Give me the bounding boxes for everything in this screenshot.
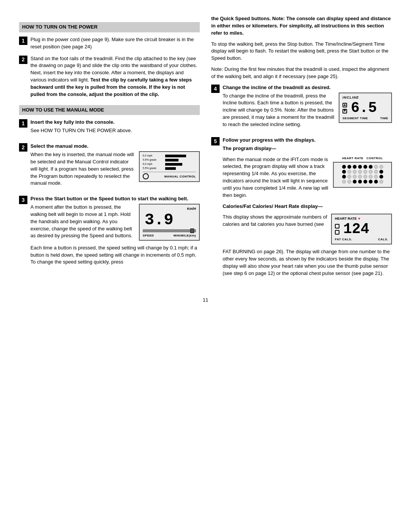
calories-text-part: This display shows the approximate numbe… — [223, 214, 327, 228]
manual-control-label: MANUAL CONTROL — [164, 174, 196, 179]
step-power-1: 1 Plug in the power cord (see page 9). M… — [19, 36, 200, 51]
step-content-5: Follow your progress with the displays. … — [223, 137, 392, 281]
bar-fill-2 — [165, 159, 178, 161]
incline-lcd: INCLINE ▲ ▼ 6.5 SEGMENT TIME — [339, 93, 392, 123]
left-column: HOW TO TURN ON THE POWER 1 Plug in the p… — [19, 15, 200, 285]
speed-labels-bottom: SPEED MIN/MILE(km) — [143, 233, 196, 238]
step-manual-1: 1 Insert the key fully into the console.… — [19, 119, 200, 138]
dot-3-8 — [379, 175, 383, 179]
stop-belt-para: To stop the walking belt, press the Stop… — [211, 41, 392, 62]
fat-burning-para: FAT BURNING on page 26). The display wil… — [223, 248, 392, 277]
speed-number: 3.9 — [143, 212, 196, 228]
incline-labels-bottom: SEGMENT TIME TIME — [342, 116, 388, 121]
dot-row-3 — [336, 175, 389, 179]
calories-title: Calories/Fat Calories/ Heart Rate displa… — [223, 203, 323, 209]
dot-2-8 — [379, 170, 383, 174]
incline-label-italic: INCLINE — [342, 96, 359, 99]
dot-4-3 — [353, 180, 357, 184]
dot-2-1 — [342, 170, 346, 174]
speed-slider-thumb — [190, 228, 194, 233]
calories-section: Calories/Fat Calories/ Heart Rate displa… — [223, 203, 392, 210]
heart-rate-control-label: HEART RATE CONTROL — [333, 156, 392, 161]
bar-label-2: 5.5% grade — [143, 158, 164, 162]
dot-3-4 — [358, 175, 362, 179]
bar-fill-3 — [165, 163, 182, 166]
step-content-power-2: Stand on the foot rails of the treadmill… — [30, 55, 200, 98]
speed-label-left: SPEED — [143, 233, 154, 238]
step-title-4: Change the incline of the treadmill as d… — [223, 84, 392, 91]
dot-3-1 — [342, 175, 346, 179]
incline-buttons: ▲ ▼ — [342, 103, 347, 113]
speed-label-right: MIN/MILE(km) — [174, 233, 196, 238]
bar-fill-1 — [165, 155, 186, 157]
dot-1-8 — [379, 165, 383, 169]
dot-4-4 — [358, 180, 362, 184]
dot-1-3 — [353, 165, 357, 169]
incline-label-bottom-left: SEGMENT TIME — [342, 116, 368, 121]
note-para: Note: During the first few minutes that … — [211, 66, 392, 80]
manual-mode-text: When the key is inserted, the manual mod… — [30, 151, 135, 187]
hr-label-bottom-left: FAT CALS. — [335, 237, 352, 242]
quick-speed-bold: the Quick Speed buttons. Note: The conso… — [211, 16, 391, 36]
dot-1-5 — [363, 165, 367, 169]
step-manual-2: 2 Select the manual mode. When the key i… — [19, 143, 200, 191]
step-number-manual-3: 3 — [19, 196, 27, 204]
bar-label-4: 5.5% grade — [143, 166, 164, 170]
manual-mode-figure: When the key is inserted, the manual mod… — [30, 151, 200, 187]
step-5: 5 Follow your progress with the displays… — [211, 137, 392, 281]
hr-btn-down[interactable] — [335, 230, 339, 235]
step3-buttons: buttons. — [115, 233, 132, 238]
divider-line — [143, 172, 196, 172]
step-body-manual-2: When the key is inserted, the manual mod… — [30, 152, 134, 186]
incline-label-bottom-right: TIME — [380, 116, 388, 121]
step3-and: and — [105, 233, 114, 238]
program-display-body: When the manual mode or the iFIT.com mod… — [223, 157, 328, 198]
heart-rate-control-panel: HEART RATE CONTROL — [333, 156, 392, 188]
speed-slider-bar — [143, 229, 196, 232]
hr-btn-up[interactable] — [335, 224, 339, 228]
step-content-manual-3: Press the Start button or the Speed butt… — [30, 195, 200, 270]
dot-row-4 — [336, 180, 389, 184]
hr-labels-bottom: FAT CALS. CALS. — [335, 237, 388, 242]
program-display-panel: HEART RATE CONTROL — [333, 156, 392, 188]
step-content-4: Change the incline of the treadmill as d… — [223, 84, 392, 132]
bar-fill-4 — [165, 167, 176, 170]
step-number-2: 2 — [19, 56, 27, 64]
dot-2-5 — [363, 170, 367, 174]
section-header-power: HOW TO TURN ON THE POWER — [19, 22, 200, 32]
program-display-title: The program display— — [223, 145, 276, 151]
step-title-manual-3a: Press the Start button or the Speed — [30, 196, 113, 201]
dot-4-1 — [342, 180, 346, 184]
heart-lcd: HEART RATE ♥ 124 FAT — [331, 214, 392, 244]
heart-display-panel: HEART RATE ♥ 124 FAT — [331, 214, 392, 244]
step-title-manual-1: Insert the key fully into the console. — [30, 119, 200, 126]
hr-label-bottom-right: CALS. — [378, 237, 389, 242]
dot-2-4 — [358, 170, 362, 174]
program-display-section: The program display— — [223, 145, 392, 152]
dot-1-4 — [358, 165, 362, 169]
incline-text-part: To change the incline of the treadmill, … — [223, 93, 335, 128]
dot-1-1 — [342, 165, 346, 169]
step-body-manual-1: See HOW TO TURN ON THE POWER above. — [30, 127, 200, 134]
incline-down-btn[interactable]: ▼ — [342, 109, 347, 113]
bar-label-1: 6.0 mph — [143, 154, 164, 158]
dot-1-2 — [347, 165, 351, 169]
incline-display-row: ▲ ▼ 6.5 — [342, 101, 388, 115]
dot-3-6 — [369, 175, 373, 179]
dot-3-2 — [347, 175, 351, 179]
dot-3-5 — [363, 175, 367, 179]
dot-3-7 — [374, 175, 378, 179]
dot-1-7 — [374, 165, 378, 169]
section-header-manual: HOW TO USE THE MANUAL MODE — [19, 105, 200, 115]
step-title-manual-2: Select the manual mode. — [30, 143, 200, 150]
calories-figure: This display shows the approximate numbe… — [223, 214, 392, 244]
step-number-manual-1: 1 — [19, 119, 27, 128]
step-text-power-1: Plug in the power cord (see page 9). Mak… — [30, 37, 194, 50]
program-figure: When the manual mode or the iFIT.com mod… — [223, 156, 392, 199]
incline-up-btn[interactable]: ▲ — [342, 103, 347, 107]
step-power-2: 2 Stand on the foot rails of the treadmi… — [19, 55, 200, 98]
step-content-manual-1: Insert the key fully into the console. S… — [30, 119, 200, 138]
bar-line-2: 5.5% grade — [143, 158, 196, 162]
dot-3-3 — [353, 175, 357, 179]
step-4: 4 Change the incline of the treadmill as… — [211, 84, 392, 132]
